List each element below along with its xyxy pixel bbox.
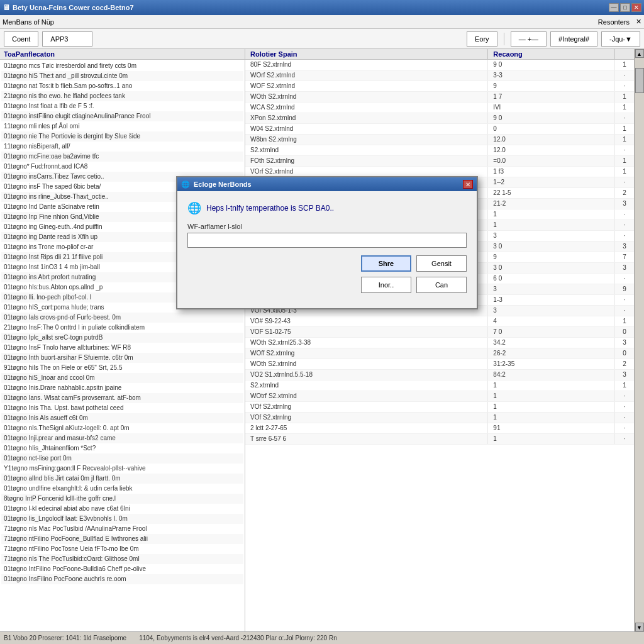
table-cell-col2: 7 0 <box>488 327 615 337</box>
table-cell-col1: FOth S2.xtrnlng <box>245 156 488 166</box>
toolbar-btn-jqu[interactable]: -Jqu-▼ <box>601 31 640 47</box>
table-cell-col1: WOrf S2.xtrnlnd <box>245 70 488 80</box>
dialog-input-field[interactable] <box>187 233 467 248</box>
table-cell-col1: WOth S2.xtrnlnd <box>245 359 488 369</box>
table-row: VO2 S1.xtrnlnd.5.5-18 84:2 3 <box>245 370 634 380</box>
table-cell-col2: 1 <box>488 220 615 230</box>
table-cell-col3: · <box>615 145 634 155</box>
list-item: 8tøgno IntP Foncenid lclll-ithe goffr cn… <box>1 494 243 504</box>
table-cell-col2: 3-3 <box>488 70 615 80</box>
dialog-more-button[interactable]: Inor.. <box>361 277 411 293</box>
status-left: B1 Vobo 20 Proserer: 1041: 1ld Fraseipom… <box>4 635 126 641</box>
table-row: S2.xtrnlnd 1 1 <box>245 380 634 391</box>
main-area: ToaPanflecaton 01tøgno mcs Tøic irresber… <box>0 49 644 631</box>
table-cell-col3: 1 <box>615 316 634 326</box>
table-cell-col3: 1 <box>615 380 634 391</box>
table-cell-col2: 12.0 <box>488 145 615 155</box>
list-item: 01tøgno hiS_Inoar and ccool 0m <box>1 373 243 383</box>
table-row: W04 S2.xtrnlnd 0 1 <box>245 124 634 135</box>
list-item: 01tøgno instFilino elugit ctiagineAnulin… <box>1 111 243 121</box>
table-cell-col2: 9 0 <box>488 113 615 123</box>
toolbar-btn-app3[interactable]: APP3 <box>42 31 92 47</box>
table-cell-col3: · <box>615 231 634 241</box>
table-row: 2 lctt 2-27-65 91 · <box>245 423 634 434</box>
table-cell-col2: 26-2 <box>488 348 615 358</box>
maximize-button[interactable]: □ <box>620 3 630 12</box>
dialog-input-label: WF-arflamer l-slol <box>187 223 467 230</box>
table-row: WOrf S2.xtrnlnd 3-3 · <box>245 70 634 81</box>
table-cell-col1: W8bn S2.xtrnlng <box>245 135 488 145</box>
list-item: 01tøgno IntFilino PocFoone-Bulldia6 Chef… <box>1 564 243 574</box>
table-cell-col2: 1 <box>488 413 615 423</box>
dialog-title-text: Ecloge NerBonds <box>194 180 252 188</box>
scroll-up-btn[interactable]: ▲ <box>635 49 644 58</box>
table-cell-col3: 1 <box>615 156 634 166</box>
list-item: 91tøgno hiIs The on Fiele or e65" Srt, 2… <box>1 363 243 373</box>
table-cell-col2: 0 <box>488 124 615 134</box>
dialog-message-icon: 🌐 <box>187 201 201 215</box>
dialog-save-button[interactable]: Shre <box>361 255 411 272</box>
table-cell-col2: 91 <box>488 423 615 433</box>
table-cell-col2: 22 1-5 <box>488 188 615 198</box>
right-panel-header: Rolotier Spain Recaong <box>245 49 634 60</box>
list-item: 01tøgno Inji.prear and masur-bfs2 came <box>1 433 243 443</box>
scroll-thumb[interactable] <box>635 68 644 93</box>
list-item: 01tøgno Inis Als asueff c6t 0m <box>1 413 243 423</box>
table-row: WOth S2.xtrnl25.3-38 34.2 3 <box>245 338 634 348</box>
table-cell-col3: 7 <box>615 252 634 262</box>
table-row: WOth S2.xtrnlnd 31:2-35 2 <box>245 359 634 370</box>
left-panel: ToaPanflecaton 01tøgno mcs Tøic irresber… <box>0 49 245 631</box>
table-cell-col2: 3 <box>488 284 615 294</box>
list-item: 01tøgno Inis.Drare nabhablic.apsitn jpai… <box>1 383 243 393</box>
table-cell-col3: 1 <box>615 124 634 134</box>
dialog-cancel-button[interactable]: Gensit <box>416 255 467 272</box>
table-cell-col3: 1 <box>615 60 634 70</box>
toolbar-divider-1 <box>504 33 504 45</box>
table-row: VOf S2.xtrnlng 1 · <box>245 413 634 423</box>
table-cell-col1: WOF S2.xtrnlnd <box>245 81 488 91</box>
table-cell-col2: 9 <box>488 252 615 262</box>
toolbar-btn-coent[interactable]: Coent <box>4 31 38 47</box>
right-panel: Rolotier Spain Recaong 80F S2.xtrnlnd 9 … <box>245 49 634 631</box>
list-item: 01tøgno Ians. Wlsat camFs provserrant. a… <box>1 393 243 403</box>
table-cell-col3: 3 <box>615 338 634 348</box>
table-cell-col2: 1 <box>488 434 615 444</box>
close-button[interactable]: ✕ <box>631 3 641 12</box>
table-cell-col2: 1-3 <box>488 295 615 305</box>
table-cell-col2: 12.0 <box>488 135 615 145</box>
table-row: WOff S2.xtrnlng 26-2 0 <box>245 348 634 359</box>
table-cell-col1: XPon S2.xtrnlnd <box>245 113 488 123</box>
table-cell-col1: VOf S2.xtrnlng <box>245 402 488 412</box>
table-row: WCA S2.xtrnlnd IVl 1 <box>245 103 634 113</box>
table-cell-col2: 6 0 <box>488 274 615 284</box>
list-item: 01tøgno Iplc_allst sreC-togn putrdB <box>1 333 243 343</box>
table-cell-col1: S2.xtrnlnd <box>245 145 488 155</box>
list-item: 01tøgno Inth buort-arsihar F Sfuiemte. c… <box>1 353 243 363</box>
menu-right-label: Resonters <box>598 18 630 26</box>
dialog-can-button[interactable]: Can <box>416 277 467 293</box>
table-cell-col1: WOth S2.xtrnlnd <box>245 92 488 102</box>
list-item: 21tøgno InsF:The 0 onttrd l in puliate c… <box>1 323 243 333</box>
table-cell-col1: WOff S2.xtrnlng <box>245 348 488 358</box>
toolbar-btn-integral[interactable]: #Integral# <box>550 31 597 47</box>
table-cell-col3: · <box>615 434 634 444</box>
toolbar-btn-eory[interactable]: Eory <box>467 31 497 47</box>
scrollbar-right[interactable]: ▲ ▼ <box>634 49 644 631</box>
scroll-down-btn[interactable]: ▼ <box>635 623 644 631</box>
list-item: 21tøgno nis tho ewo. he lfiahd pocfees t… <box>1 91 243 101</box>
table-cell-col2: 1 <box>488 402 615 412</box>
dialog-close-button[interactable]: ✕ <box>463 180 473 189</box>
minimize-button[interactable]: — <box>609 3 619 12</box>
toolbar: Coent APP3 Eory — +— #Integral# -Jqu-▼ <box>0 29 644 49</box>
toolbar-btn-zoom[interactable]: — +— <box>511 31 547 47</box>
table-cell-col1: WOth S2.xtrnl25.3-38 <box>245 338 488 348</box>
table-cell-col3: · <box>615 306 634 316</box>
table-cell-col2: 1--2 <box>488 177 615 187</box>
list-item: 01tøgno Inis Tha. Upst. bawt pothetal ce… <box>1 403 243 413</box>
table-cell-col3: 3 <box>615 370 634 380</box>
table-cell-col3: · <box>615 81 634 91</box>
right-panel-content: 80F S2.xtrnlnd 9 0 1 WOrf S2.xtrnlnd 3-3… <box>245 60 634 630</box>
menu-close-icon[interactable]: ✕ <box>636 18 641 26</box>
list-item: 71tøgno nIs Mac PocTuslbid /AAnulinaPrar… <box>1 524 243 534</box>
table-row: VO# S9-22-43 4 1 <box>245 316 634 327</box>
